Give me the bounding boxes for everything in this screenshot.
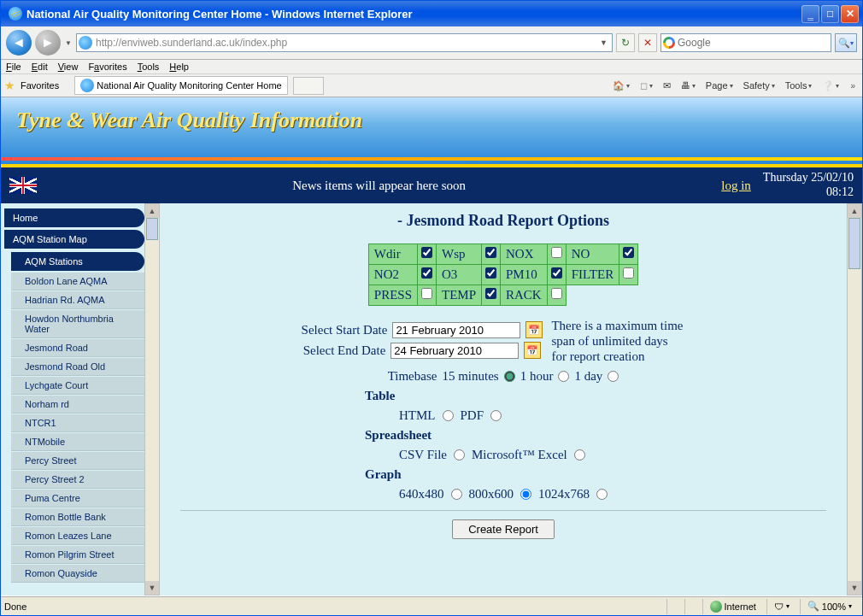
- status-text: Done: [4, 601, 26, 612]
- start-date-calendar-icon[interactable]: 📅: [525, 321, 543, 338]
- pollutant-checkbox-nox[interactable]: [551, 247, 562, 258]
- sidebar-item-station[interactable]: Howdon Northumbria Water: [11, 310, 144, 338]
- radio-timebase-1day[interactable]: [608, 371, 619, 382]
- pollutant-checkbox-wdir[interactable]: [421, 247, 432, 258]
- sidebar-item-station[interactable]: Romon Bottle Bank: [11, 508, 144, 526]
- search-input[interactable]: [678, 37, 829, 49]
- sidebar-item-station[interactable]: Hadrian Rd. AQMA: [11, 291, 144, 309]
- radio-640x480[interactable]: [451, 489, 462, 500]
- radio-excel[interactable]: [574, 449, 585, 461]
- sidebar-item-station[interactable]: NTCR1: [11, 414, 144, 432]
- pollutant-checkbox-rack[interactable]: [551, 288, 562, 299]
- home-button[interactable]: 🏠▾: [610, 79, 632, 93]
- radio-table-html[interactable]: [443, 410, 454, 421]
- pollutant-checkbox-press[interactable]: [421, 288, 432, 299]
- help-button[interactable]: ❔▾: [819, 79, 842, 93]
- favorites-label[interactable]: Favorites: [21, 80, 59, 91]
- search-button[interactable]: 🔍▾: [835, 33, 857, 52]
- sidebar-item-station[interactable]: Jesmond Road: [11, 339, 144, 357]
- print-button[interactable]: 🖶▾: [678, 79, 698, 92]
- sidebar-header-stations[interactable]: AQM Stations: [11, 252, 144, 271]
- status-cell-empty2: [684, 599, 699, 614]
- sidebar-item-station[interactable]: Puma Centre: [11, 490, 144, 507]
- menubar: File Edit View Favorites Tools Help: [1, 60, 862, 74]
- nav-toolbar: ◄ ► ▼ ▼ ↻ ✕ 🔍▾: [1, 26, 862, 60]
- sidebar-item-station[interactable]: NTMobile: [11, 433, 144, 451]
- status-zone[interactable]: Internet: [702, 599, 763, 614]
- end-date-label: Select End Date: [303, 343, 386, 358]
- pollutant-checkbox-pm10[interactable]: [551, 267, 562, 279]
- pollutant-grid: WdirWspNOXNONO2O3PM10FILTERPRESSTEMPRACK: [368, 243, 638, 306]
- end-date-input[interactable]: [390, 343, 519, 359]
- sidebar-item-station[interactable]: Romon Quayside: [11, 565, 144, 583]
- start-date-input[interactable]: [392, 322, 520, 338]
- create-report-button[interactable]: Create Report: [452, 519, 555, 539]
- safety-menu[interactable]: Safety▾: [741, 79, 778, 92]
- tools-menu[interactable]: Tools▾: [783, 79, 815, 92]
- nav-history-dropdown[interactable]: ▼: [64, 39, 73, 47]
- pollutant-label: Wsp: [437, 244, 482, 265]
- news-ticker: News items will appear here soon: [37, 179, 721, 193]
- address-bar[interactable]: ▼: [76, 33, 613, 52]
- graph-options: 640x480 800x600 1024x768: [399, 487, 830, 502]
- command-bar: ★ Favorites National Air Quality Monitor…: [1, 74, 862, 97]
- address-dropdown[interactable]: ▼: [597, 38, 610, 47]
- main-scrollbar[interactable]: ▲▼: [847, 203, 862, 595]
- pollutant-checkbox-temp[interactable]: [485, 288, 496, 299]
- pollutant-label: RACK: [501, 285, 548, 306]
- menu-file[interactable]: File: [6, 62, 21, 72]
- pollutant-checkbox-filter[interactable]: [623, 267, 634, 279]
- back-button[interactable]: ◄: [6, 30, 32, 56]
- site-banner: Tyne & Wear Air Quality Information: [1, 97, 862, 167]
- menu-tools[interactable]: Tools: [138, 62, 160, 72]
- datetime-display: Thursday 25/02/10 08:12: [763, 171, 854, 200]
- favorites-star-icon[interactable]: ★: [4, 79, 15, 92]
- browser-tab[interactable]: National Air Quality Monitoring Center H…: [74, 76, 287, 95]
- maximize-button[interactable]: □: [821, 5, 839, 23]
- sidebar-item-home[interactable]: Home: [4, 208, 144, 227]
- sidebar-item-station[interactable]: Norham rd: [11, 396, 144, 414]
- radio-table-pdf[interactable]: [490, 410, 502, 421]
- menu-help[interactable]: Help: [169, 62, 189, 72]
- sidebar-item-station[interactable]: Percy Street 2: [11, 471, 144, 489]
- radio-800x600[interactable]: [520, 489, 531, 500]
- close-button[interactable]: ✕: [841, 5, 859, 23]
- sidebar-item-station[interactable]: Romon Pilgrim Street: [11, 546, 144, 564]
- menu-favorites[interactable]: Favorites: [88, 62, 126, 72]
- radio-timebase-15min[interactable]: [504, 371, 515, 382]
- sidebar-item-station[interactable]: Romon Leazes Lane: [11, 527, 144, 545]
- protected-mode-cell[interactable]: 🛡▾: [766, 599, 796, 614]
- sidebar-item-map[interactable]: AQM Station Map: [4, 230, 144, 249]
- search-box[interactable]: [660, 33, 831, 52]
- pollutant-checkbox-no2[interactable]: [421, 267, 432, 279]
- uk-flag-icon[interactable]: [9, 177, 37, 194]
- internet-zone-icon: [710, 601, 722, 613]
- stop-button[interactable]: ✕: [638, 33, 657, 52]
- radio-1024x768[interactable]: [596, 489, 608, 500]
- page-menu[interactable]: Page▾: [703, 79, 736, 92]
- menu-view[interactable]: View: [58, 62, 79, 72]
- address-input[interactable]: [96, 37, 597, 49]
- new-tab-button[interactable]: [293, 77, 324, 95]
- overflow-chevron[interactable]: »: [847, 81, 859, 91]
- read-mail-button[interactable]: ✉: [660, 79, 673, 93]
- sidebar-item-station[interactable]: Jesmond Road Old: [11, 358, 144, 376]
- sidebar-scrollbar[interactable]: ▲▼: [144, 203, 160, 595]
- refresh-button[interactable]: ↻: [616, 33, 635, 52]
- sidebar-item-station[interactable]: Lychgate Court: [11, 377, 144, 395]
- menu-edit[interactable]: Edit: [32, 62, 48, 72]
- forward-button[interactable]: ►: [35, 30, 61, 56]
- pollutant-checkbox-no[interactable]: [623, 247, 634, 258]
- radio-timebase-1hour[interactable]: [558, 371, 569, 382]
- minimize-button[interactable]: ‗: [801, 5, 819, 23]
- login-link[interactable]: log in: [721, 179, 751, 193]
- pollutant-checkbox-wsp[interactable]: [485, 247, 496, 258]
- feeds-button[interactable]: ◻▾: [637, 79, 655, 93]
- zoom-control[interactable]: 🔍 100% ▾: [800, 599, 859, 614]
- pollutant-checkbox-o3[interactable]: [485, 267, 496, 279]
- sidebar-item-station[interactable]: Boldon Lane AQMA: [11, 273, 144, 290]
- sidebar-item-station[interactable]: Percy Street: [11, 452, 144, 470]
- radio-csv[interactable]: [454, 449, 465, 461]
- end-date-calendar-icon[interactable]: 📅: [524, 342, 541, 359]
- pollutant-label: NO: [566, 244, 619, 265]
